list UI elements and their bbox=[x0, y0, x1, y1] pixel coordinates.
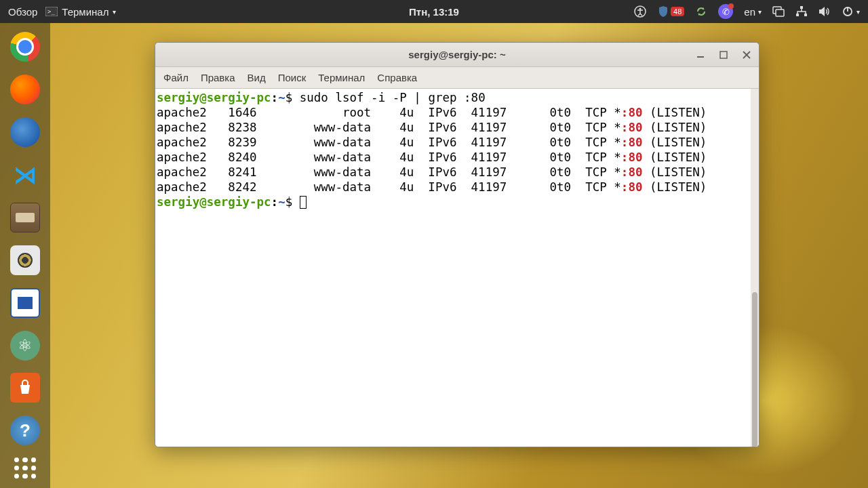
terminal-window: sergiy@sergiy-pc: ~ Файл Правка Вид Поис… bbox=[155, 42, 760, 447]
top-panel: Обзор >_ Терминал ▾ Птн, 13:19 48 ✆ en ▾ bbox=[0, 0, 868, 23]
update-badge: 48 bbox=[671, 7, 684, 16]
activities-button[interactable]: Обзор bbox=[8, 6, 37, 18]
dock-chromium[interactable] bbox=[9, 31, 41, 63]
update-indicator[interactable]: 48 bbox=[657, 5, 684, 18]
maximize-button[interactable] bbox=[717, 48, 730, 62]
scrollbar[interactable] bbox=[751, 89, 759, 447]
svg-text:>_: >_ bbox=[47, 8, 55, 15]
menu-view[interactable]: Вид bbox=[248, 72, 266, 83]
menu-terminal[interactable]: Терминал bbox=[318, 72, 365, 83]
svg-rect-7 bbox=[796, 14, 799, 16]
app-menu-label: Терминал bbox=[62, 6, 108, 18]
network-icon[interactable] bbox=[795, 5, 808, 18]
svg-rect-6 bbox=[800, 6, 803, 9]
svg-rect-12 bbox=[720, 52, 727, 58]
bag-icon bbox=[10, 373, 40, 403]
svg-rect-8 bbox=[804, 14, 807, 16]
document-icon bbox=[10, 288, 40, 318]
menu-file[interactable]: Файл bbox=[163, 72, 189, 83]
dock-rhythmbox[interactable] bbox=[9, 244, 41, 276]
svg-rect-5 bbox=[776, 9, 784, 16]
screen-icon[interactable] bbox=[772, 5, 785, 18]
dock-vscode[interactable]: ⋊ bbox=[9, 159, 41, 191]
input-language-label: en bbox=[744, 6, 755, 18]
dock-files[interactable] bbox=[9, 202, 41, 234]
dock: ⋊ ⚛ ? bbox=[0, 23, 50, 488]
power-icon bbox=[842, 5, 854, 18]
thunderbird-icon bbox=[10, 117, 40, 147]
minimize-button[interactable] bbox=[694, 48, 707, 62]
window-title: sergiy@sergiy-pc: ~ bbox=[408, 49, 505, 60]
accessibility-icon[interactable] bbox=[634, 5, 646, 18]
terminal-menubar: Файл Правка Вид Поиск Терминал Справка bbox=[155, 67, 759, 89]
chevron-down-icon: ▾ bbox=[856, 8, 860, 16]
files-icon bbox=[10, 203, 40, 232]
terminal-output[interactable]: sergiy@sergiy-pc:~$ sudo lsof -i -P | gr… bbox=[155, 89, 759, 447]
help-icon: ? bbox=[10, 415, 40, 445]
viber-icon[interactable]: ✆ bbox=[718, 4, 733, 19]
menu-search[interactable]: Поиск bbox=[278, 72, 307, 83]
sync-icon[interactable] bbox=[695, 5, 707, 18]
chevron-down-icon: ▾ bbox=[113, 8, 116, 16]
chevron-down-icon: ▾ bbox=[758, 8, 762, 16]
power-menu[interactable]: ▾ bbox=[842, 5, 860, 18]
chromium-icon bbox=[10, 32, 40, 62]
dock-firefox[interactable] bbox=[9, 74, 41, 106]
clock[interactable]: Птн, 13:19 bbox=[409, 6, 459, 18]
dock-software[interactable] bbox=[9, 372, 41, 404]
app-menu[interactable]: >_ Терминал ▾ bbox=[45, 5, 116, 18]
window-titlebar[interactable]: sergiy@sergiy-pc: ~ bbox=[155, 43, 759, 67]
dock-help[interactable]: ? bbox=[9, 415, 41, 447]
menu-edit[interactable]: Правка bbox=[201, 72, 235, 83]
vscode-icon: ⋊ bbox=[10, 160, 40, 190]
svg-point-3 bbox=[639, 8, 642, 10]
input-language[interactable]: en ▾ bbox=[744, 6, 762, 18]
dock-writer[interactable] bbox=[9, 287, 41, 319]
terminal-icon: >_ bbox=[45, 5, 58, 18]
volume-icon[interactable] bbox=[818, 5, 831, 18]
dock-thunderbird[interactable] bbox=[9, 117, 41, 148]
show-applications-button[interactable] bbox=[14, 458, 36, 479]
speaker-icon bbox=[10, 245, 40, 275]
menu-help[interactable]: Справка bbox=[377, 72, 417, 83]
scrollbar-thumb[interactable] bbox=[752, 292, 757, 447]
firefox-icon bbox=[10, 75, 40, 104]
dock-atom[interactable]: ⚛ bbox=[9, 329, 41, 361]
shield-icon bbox=[657, 5, 669, 18]
close-button[interactable] bbox=[740, 48, 753, 62]
atom-icon: ⚛ bbox=[10, 331, 40, 361]
